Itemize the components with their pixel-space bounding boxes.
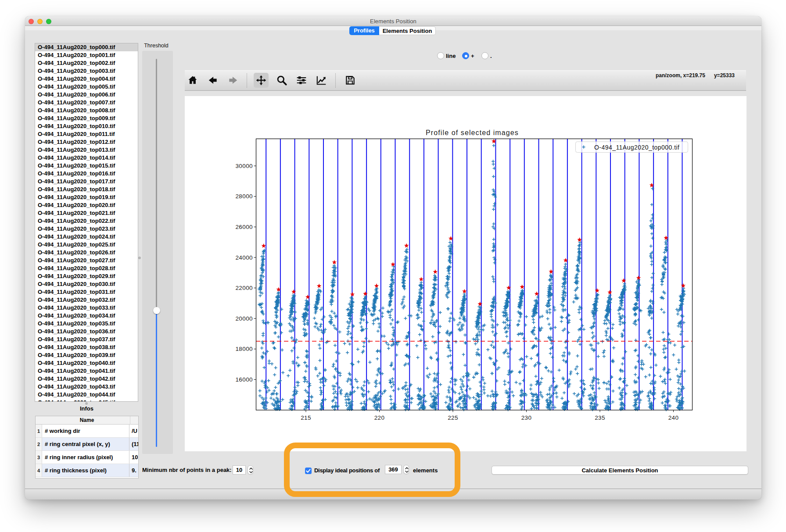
svg-text:240: 240 <box>668 414 679 421</box>
svg-text:16000: 16000 <box>235 376 253 383</box>
svg-text:30000: 30000 <box>235 163 253 169</box>
svg-text:Profile of selected images: Profile of selected images <box>426 129 519 136</box>
svg-text:230: 230 <box>521 414 532 421</box>
svg-text:28000: 28000 <box>235 193 253 200</box>
svg-text:20000: 20000 <box>235 315 253 322</box>
svg-text:215: 215 <box>301 414 311 421</box>
svg-text:22000: 22000 <box>235 285 253 291</box>
svg-text:18000: 18000 <box>235 346 253 352</box>
svg-text:O-494_11Aug2020_top000.tif: O-494_11Aug2020_top000.tif <box>594 144 679 151</box>
svg-text:24000: 24000 <box>235 254 253 261</box>
svg-text:235: 235 <box>595 414 605 421</box>
svg-text:26000: 26000 <box>235 224 253 230</box>
svg-text:225: 225 <box>448 414 458 421</box>
svg-text:220: 220 <box>374 414 385 421</box>
